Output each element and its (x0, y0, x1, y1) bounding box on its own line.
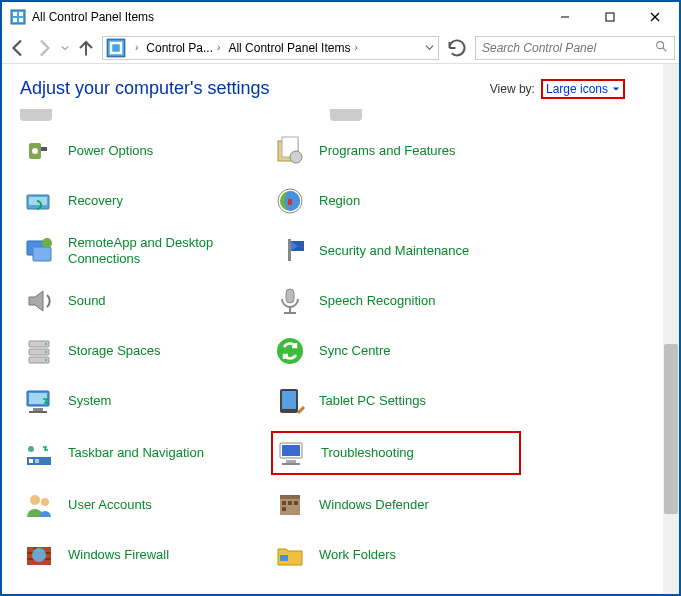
svg-rect-61 (282, 507, 286, 511)
svg-rect-2 (19, 12, 23, 16)
search-input[interactable] (482, 41, 654, 55)
item-system[interactable]: System (20, 381, 270, 421)
content-area: Adjust your computer's settings View by:… (2, 64, 679, 594)
svg-line-45 (298, 407, 304, 413)
close-button[interactable] (632, 3, 677, 31)
breadcrumb-1[interactable]: Control Pa...› (144, 41, 226, 55)
item-label: Power Options (68, 143, 153, 159)
svg-point-67 (32, 548, 46, 562)
svg-rect-41 (33, 408, 43, 411)
power-options-icon (22, 134, 56, 168)
breadcrumb-sep-root[interactable]: › (129, 42, 144, 53)
back-button[interactable] (6, 36, 30, 60)
svg-point-27 (42, 238, 52, 248)
svg-rect-44 (282, 391, 296, 409)
svg-rect-42 (29, 411, 47, 413)
item-user-accounts[interactable]: User Accounts (20, 485, 270, 525)
address-dropdown[interactable] (420, 43, 438, 52)
svg-rect-26 (33, 247, 51, 261)
view-by-value: Large icons (546, 82, 608, 96)
item-label: Storage Spaces (68, 343, 161, 359)
svg-rect-59 (288, 501, 292, 505)
minimize-button[interactable] (542, 3, 587, 31)
item-security-maintenance[interactable]: Security and Maintenance (271, 231, 521, 271)
svg-point-35 (45, 343, 47, 345)
item-programs-features[interactable]: Programs and Features (271, 131, 521, 171)
programs-icon (273, 134, 307, 168)
system-icon (22, 384, 56, 418)
title-bar: All Control Panel Items (2, 2, 679, 32)
svg-point-55 (41, 498, 49, 506)
item-work-folders[interactable]: Work Folders (271, 535, 521, 575)
item-label: Region (319, 193, 360, 209)
item-power-options[interactable]: Power Options (20, 131, 270, 171)
svg-rect-24 (288, 199, 292, 205)
item-label: Tablet PC Settings (319, 393, 426, 409)
svg-rect-57 (280, 495, 300, 499)
search-box[interactable] (475, 36, 675, 60)
item-recovery[interactable]: Recovery (20, 181, 270, 221)
item-region[interactable]: Region (271, 181, 521, 221)
svg-point-38 (277, 338, 303, 364)
vertical-scrollbar[interactable] (663, 64, 679, 594)
svg-rect-51 (282, 445, 300, 456)
item-label: Recovery (68, 193, 123, 209)
svg-line-13 (663, 47, 667, 51)
svg-rect-52 (286, 460, 296, 463)
view-by-dropdown[interactable]: Large icons (541, 79, 625, 99)
history-dropdown[interactable] (58, 36, 72, 60)
item-remoteapp[interactable]: RemoteApp and Desktop Connections (20, 231, 270, 271)
item-label: Windows Firewall (68, 547, 169, 563)
taskbar-icon (22, 436, 56, 470)
svg-point-12 (657, 41, 664, 48)
svg-rect-3 (13, 18, 17, 22)
item-label: Security and Maintenance (319, 243, 469, 259)
window-title: All Control Panel Items (32, 10, 542, 24)
item-windows-firewall[interactable]: Windows Firewall (20, 535, 270, 575)
svg-point-36 (45, 351, 47, 353)
item-taskbar-navigation[interactable]: Taskbar and Navigation (20, 431, 270, 475)
page-heading: Adjust your computer's settings (20, 78, 270, 99)
breadcrumb-2[interactable]: All Control Panel Items› (226, 41, 363, 55)
sound-icon (22, 284, 56, 318)
item-label: RemoteApp and Desktop Connections (68, 235, 268, 266)
nav-toolbar: › Control Pa...› All Control Panel Items… (2, 32, 679, 64)
item-label: Sync Centre (319, 343, 391, 359)
remoteapp-icon (22, 234, 56, 268)
item-label: Troubleshooting (321, 445, 414, 461)
item-sound[interactable]: Sound (20, 281, 270, 321)
item-label: System (68, 393, 111, 409)
search-icon (654, 39, 668, 57)
security-icon (273, 234, 307, 268)
svg-rect-29 (286, 289, 294, 303)
item-windows-defender[interactable]: Windows Defender (271, 485, 521, 525)
item-tablet-pc[interactable]: Tablet PC Settings (271, 381, 521, 421)
troubleshooting-icon (275, 436, 309, 470)
firewall-icon (22, 538, 56, 572)
item-label: User Accounts (68, 497, 152, 513)
svg-rect-11 (112, 44, 120, 52)
maximize-button[interactable] (587, 3, 632, 31)
recovery-icon (22, 184, 56, 218)
item-label: Speech Recognition (319, 293, 435, 309)
svg-point-49 (28, 446, 34, 452)
control-panel-icon (10, 9, 26, 25)
scrollbar-thumb[interactable] (664, 344, 678, 514)
storage-icon (22, 334, 56, 368)
item-sync-centre[interactable]: Sync Centre (271, 331, 521, 371)
window-buttons (542, 3, 677, 31)
items-grid: Power Options Programs and Features Reco… (20, 131, 653, 575)
speech-icon (273, 284, 307, 318)
svg-rect-4 (19, 18, 23, 22)
item-label: Windows Defender (319, 497, 429, 513)
refresh-button[interactable] (445, 36, 469, 60)
item-speech-recognition[interactable]: Speech Recognition (271, 281, 521, 321)
item-label: Taskbar and Navigation (68, 445, 204, 461)
item-troubleshooting[interactable]: Troubleshooting (271, 431, 521, 475)
item-storage-spaces[interactable]: Storage Spaces (20, 331, 270, 371)
forward-button[interactable] (32, 36, 56, 60)
svg-rect-6 (606, 13, 614, 21)
svg-rect-60 (294, 501, 298, 505)
address-bar[interactable]: › Control Pa...› All Control Panel Items… (102, 36, 439, 60)
up-button[interactable] (74, 36, 98, 60)
